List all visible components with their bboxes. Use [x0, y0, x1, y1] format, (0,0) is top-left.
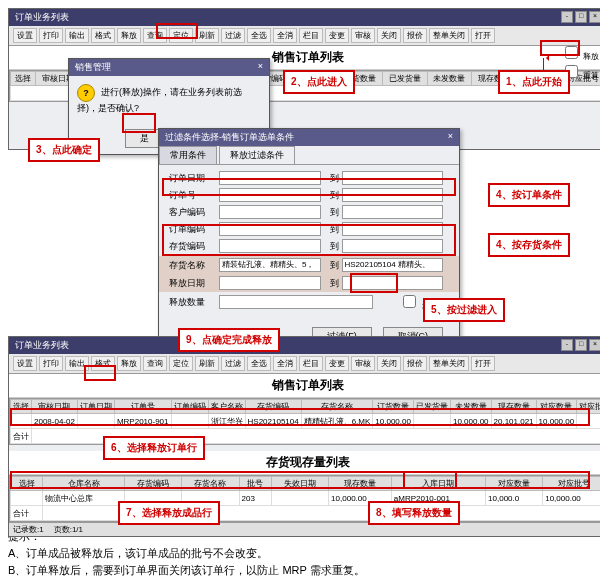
toolbar-报价[interactable]: 报价	[403, 28, 427, 43]
customer-to[interactable]	[342, 205, 444, 219]
customer-from[interactable]	[219, 205, 321, 219]
toolbar-关闭[interactable]: 关闭	[377, 28, 401, 43]
hl-confirm-btn	[84, 365, 116, 381]
toolbar-过滤[interactable]: 过滤	[221, 28, 245, 43]
status-bar: 记录数:1页数:1/1	[9, 522, 600, 536]
toolbar-关闭[interactable]: 关闭	[377, 356, 401, 371]
dialog-message: 进行(释放)操作，请在业务列表前选择)，是否确认?	[77, 87, 242, 113]
toolbar-打印[interactable]: 打印	[39, 356, 63, 371]
filter-title: 过滤条件选择-销售订单选单条件	[165, 131, 294, 144]
toolbar-刷新[interactable]: 刷新	[195, 356, 219, 371]
hl-orderno-row	[162, 178, 456, 196]
toolbar-查询[interactable]: 查询	[143, 356, 167, 371]
col-header: 选择	[11, 72, 36, 86]
invname-to[interactable]: HS202105104 精精头、5、MK	[342, 258, 444, 272]
callout-2: 2、点此进入	[283, 70, 355, 94]
table-row[interactable]: 物流中心总库20310,000.00aMRP2010-00110,000.010…	[11, 491, 601, 506]
toolbar-全消[interactable]: 全消	[273, 28, 297, 43]
dialog-title: 销售管理	[75, 61, 111, 74]
close-icon[interactable]: ×	[589, 11, 600, 23]
hl-release-btn	[156, 23, 198, 39]
toolbar-设置[interactable]: 设置	[13, 28, 37, 43]
toolbar-刷新[interactable]: 刷新	[195, 28, 219, 43]
hl-sales-row	[10, 408, 590, 426]
hint-b: B、订单释放后，需要到订单界面关闭该订单行，以防止 MRP 需求重复。	[8, 563, 600, 576]
toolbar-全消[interactable]: 全消	[273, 356, 297, 371]
max-icon[interactable]: □	[575, 339, 587, 351]
toolbar-报价[interactable]: 报价	[403, 356, 427, 371]
col-header: 已发货量	[383, 72, 428, 86]
toolbar-栏目[interactable]: 栏目	[299, 28, 323, 43]
toolbar-输出[interactable]: 输出	[65, 28, 89, 43]
toolbar-过滤[interactable]: 过滤	[221, 356, 245, 371]
invname-from[interactable]: 精装钻孔液、精精头、5，MK	[219, 258, 321, 272]
reldate-from[interactable]	[219, 276, 321, 290]
toolbar-定位[interactable]: 定位	[169, 356, 193, 371]
tab-common[interactable]: 常用条件	[159, 146, 217, 164]
tab-release[interactable]: 释放过滤条件	[219, 146, 295, 164]
callout-4a: 4、按订单条件	[488, 183, 570, 207]
toolbar-变更[interactable]: 变更	[325, 356, 349, 371]
toolbar-全选[interactable]: 全选	[247, 356, 271, 371]
callout-7: 7、选择释放成品行	[118, 501, 220, 525]
toolbar-全选[interactable]: 全选	[247, 28, 271, 43]
toolbar-审核[interactable]: 审核	[351, 356, 375, 371]
callout-4b: 4、按存货条件	[488, 233, 570, 257]
close-icon[interactable]: ×	[589, 339, 600, 351]
question-icon: ?	[77, 84, 95, 102]
hl-qty-cell	[403, 471, 457, 489]
titlebar: 订单业务列表 -□×	[9, 9, 600, 26]
callout-9: 9、点确定完成释放	[178, 328, 280, 352]
toolbar-释放[interactable]: 释放	[117, 356, 141, 371]
unchecked-checkbox[interactable]	[403, 295, 416, 308]
hint-a: A、订单成品被释放后，该订单成品的批号不会改变。	[8, 546, 600, 561]
col-header: 未发数量	[427, 72, 472, 86]
toolbar-打开[interactable]: 打开	[471, 356, 495, 371]
toolbar-打印[interactable]: 打印	[39, 28, 63, 43]
hl-inv-rows	[162, 224, 456, 256]
callout-5: 5、按过滤进入	[423, 298, 505, 322]
toolbar: 设置打印输出格式释放查询定位刷新过滤全选全消栏目变更审核关闭报价整单关闭打开	[9, 26, 600, 46]
toolbar-格式[interactable]: 格式	[91, 28, 115, 43]
min-icon[interactable]: -	[561, 339, 573, 351]
toolbar-审核[interactable]: 审核	[351, 28, 375, 43]
min-icon[interactable]: -	[561, 11, 573, 23]
close-icon[interactable]: ×	[448, 131, 453, 144]
callout-3: 3、点此确定	[28, 138, 100, 162]
toolbar-释放[interactable]: 释放	[117, 28, 141, 43]
callout-8: 8、填写释放数量	[368, 501, 460, 525]
toolbar-整单关闭[interactable]: 整单关闭	[429, 28, 469, 43]
relqty[interactable]	[219, 295, 373, 309]
max-icon[interactable]: □	[575, 11, 587, 23]
hl-filter-btn	[350, 273, 398, 293]
callout-6: 6、选择释放订单行	[103, 436, 205, 460]
toolbar-打开[interactable]: 打开	[471, 28, 495, 43]
toolbar-变更[interactable]: 变更	[325, 28, 349, 43]
callout-1: 1、点此开始	[498, 70, 570, 94]
hl-stock-row	[10, 471, 590, 489]
toolbar-栏目[interactable]: 栏目	[299, 356, 323, 371]
close-icon[interactable]: ×	[258, 61, 263, 74]
hl-release-opt	[540, 40, 580, 56]
toolbar-设置[interactable]: 设置	[13, 356, 37, 371]
window-title: 订单业务列表	[15, 11, 69, 24]
hl-yes-btn	[122, 113, 156, 133]
toolbar-整单关闭[interactable]: 整单关闭	[429, 356, 469, 371]
